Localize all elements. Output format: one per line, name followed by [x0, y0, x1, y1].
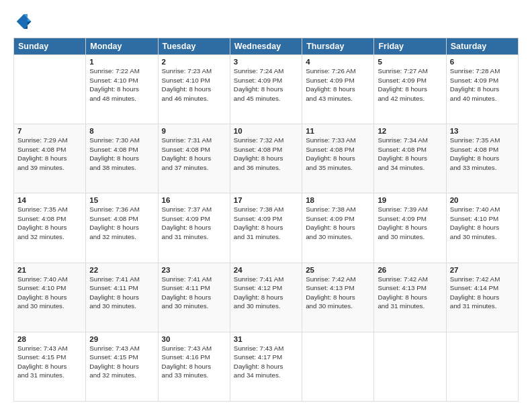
calendar-cell: 3Sunrise: 7:24 AMSunset: 4:09 PMDaylight… — [230, 55, 302, 124]
cell-content: Sunrise: 7:43 AMSunset: 4:15 PMDaylight:… — [17, 344, 82, 380]
day-number: 22 — [89, 266, 154, 274]
cell-content: Sunrise: 7:31 AMSunset: 4:08 PMDaylight:… — [162, 136, 226, 172]
calendar-cell: 31Sunrise: 7:43 AMSunset: 4:17 PMDayligh… — [230, 332, 302, 401]
day-number: 31 — [234, 335, 298, 343]
calendar-cell: 23Sunrise: 7:41 AMSunset: 4:11 PMDayligh… — [158, 263, 230, 332]
header — [13, 12, 519, 31]
calendar-cell: 25Sunrise: 7:42 AMSunset: 4:13 PMDayligh… — [302, 263, 374, 332]
calendar-cell — [302, 332, 374, 401]
day-number: 30 — [162, 335, 226, 343]
cell-content: Sunrise: 7:38 AMSunset: 4:09 PMDaylight:… — [306, 205, 370, 241]
day-number: 19 — [378, 196, 442, 204]
column-header-saturday: Saturday — [446, 38, 518, 55]
calendar-cell: 24Sunrise: 7:41 AMSunset: 4:12 PMDayligh… — [230, 263, 302, 332]
calendar-week-4: 21Sunrise: 7:40 AMSunset: 4:10 PMDayligh… — [14, 263, 519, 332]
calendar-cell — [14, 55, 86, 124]
logo — [13, 12, 35, 31]
day-number: 18 — [306, 196, 370, 204]
column-header-tuesday: Tuesday — [158, 38, 230, 55]
day-number: 28 — [17, 335, 82, 343]
cell-content: Sunrise: 7:41 AMSunset: 4:11 PMDaylight:… — [89, 275, 154, 311]
day-number: 15 — [89, 196, 154, 204]
calendar-cell: 12Sunrise: 7:34 AMSunset: 4:08 PMDayligh… — [374, 124, 446, 193]
day-number: 2 — [162, 58, 226, 66]
calendar-cell: 10Sunrise: 7:32 AMSunset: 4:08 PMDayligh… — [230, 124, 302, 193]
calendar-week-2: 7Sunrise: 7:29 AMSunset: 4:08 PMDaylight… — [14, 124, 519, 193]
day-number: 13 — [450, 127, 515, 135]
calendar-cell: 26Sunrise: 7:42 AMSunset: 4:13 PMDayligh… — [374, 263, 446, 332]
day-number: 8 — [89, 127, 154, 135]
cell-content: Sunrise: 7:26 AMSunset: 4:09 PMDaylight:… — [306, 66, 370, 103]
calendar-cell: 4Sunrise: 7:26 AMSunset: 4:09 PMDaylight… — [302, 55, 374, 124]
calendar-cell — [374, 332, 446, 401]
logo-icon — [13, 12, 32, 31]
calendar-cell: 20Sunrise: 7:40 AMSunset: 4:10 PMDayligh… — [446, 193, 518, 263]
cell-content: Sunrise: 7:24 AMSunset: 4:09 PMDaylight:… — [234, 66, 298, 103]
cell-content: Sunrise: 7:37 AMSunset: 4:09 PMDaylight:… — [162, 205, 226, 241]
day-number: 6 — [450, 58, 515, 66]
calendar-cell: 1Sunrise: 7:22 AMSunset: 4:10 PMDaylight… — [86, 55, 158, 124]
day-number: 26 — [378, 266, 442, 274]
day-number: 1 — [89, 58, 154, 66]
cell-content: Sunrise: 7:43 AMSunset: 4:17 PMDaylight:… — [234, 344, 298, 380]
day-number: 5 — [378, 58, 442, 66]
day-number: 4 — [306, 58, 370, 66]
calendar-cell: 8Sunrise: 7:30 AMSunset: 4:08 PMDaylight… — [86, 124, 158, 193]
cell-content: Sunrise: 7:22 AMSunset: 4:10 PMDaylight:… — [89, 66, 154, 103]
cell-content: Sunrise: 7:41 AMSunset: 4:11 PMDaylight:… — [162, 275, 226, 311]
cell-content: Sunrise: 7:32 AMSunset: 4:08 PMDaylight:… — [234, 136, 298, 172]
calendar-cell: 27Sunrise: 7:42 AMSunset: 4:14 PMDayligh… — [446, 263, 518, 332]
cell-content: Sunrise: 7:35 AMSunset: 4:08 PMDaylight:… — [450, 136, 515, 172]
calendar-cell: 29Sunrise: 7:43 AMSunset: 4:15 PMDayligh… — [86, 332, 158, 401]
calendar-header-row: SundayMondayTuesdayWednesdayThursdayFrid… — [14, 38, 519, 55]
calendar-cell: 14Sunrise: 7:35 AMSunset: 4:08 PMDayligh… — [14, 193, 86, 263]
calendar-week-3: 14Sunrise: 7:35 AMSunset: 4:08 PMDayligh… — [14, 193, 519, 263]
day-number: 27 — [450, 266, 515, 274]
calendar-cell: 18Sunrise: 7:38 AMSunset: 4:09 PMDayligh… — [302, 193, 374, 263]
calendar-cell: 21Sunrise: 7:40 AMSunset: 4:10 PMDayligh… — [14, 263, 86, 332]
calendar-cell: 22Sunrise: 7:41 AMSunset: 4:11 PMDayligh… — [86, 263, 158, 332]
cell-content: Sunrise: 7:41 AMSunset: 4:12 PMDaylight:… — [234, 275, 298, 311]
cell-content: Sunrise: 7:39 AMSunset: 4:09 PMDaylight:… — [378, 205, 442, 241]
calendar-week-1: 1Sunrise: 7:22 AMSunset: 4:10 PMDaylight… — [14, 55, 519, 124]
cell-content: Sunrise: 7:33 AMSunset: 4:08 PMDaylight:… — [306, 136, 370, 172]
column-header-thursday: Thursday — [302, 38, 374, 55]
day-number: 16 — [162, 196, 226, 204]
day-number: 23 — [162, 266, 226, 274]
cell-content: Sunrise: 7:23 AMSunset: 4:10 PMDaylight:… — [162, 66, 226, 103]
calendar-cell: 9Sunrise: 7:31 AMSunset: 4:08 PMDaylight… — [158, 124, 230, 193]
calendar-cell: 28Sunrise: 7:43 AMSunset: 4:15 PMDayligh… — [14, 332, 86, 401]
day-number: 14 — [17, 196, 82, 204]
calendar: SundayMondayTuesdayWednesdayThursdayFrid… — [13, 38, 519, 402]
day-number: 11 — [306, 127, 370, 135]
cell-content: Sunrise: 7:30 AMSunset: 4:08 PMDaylight:… — [89, 136, 154, 172]
cell-content: Sunrise: 7:42 AMSunset: 4:13 PMDaylight:… — [306, 275, 370, 311]
day-number: 7 — [17, 127, 82, 135]
day-number: 24 — [234, 266, 298, 274]
column-header-sunday: Sunday — [14, 38, 86, 55]
cell-content: Sunrise: 7:42 AMSunset: 4:14 PMDaylight:… — [450, 275, 515, 311]
cell-content: Sunrise: 7:34 AMSunset: 4:08 PMDaylight:… — [378, 136, 442, 172]
column-header-friday: Friday — [374, 38, 446, 55]
day-number: 25 — [306, 266, 370, 274]
day-number: 20 — [450, 196, 515, 204]
cell-content: Sunrise: 7:42 AMSunset: 4:13 PMDaylight:… — [378, 275, 442, 311]
day-number: 9 — [162, 127, 226, 135]
calendar-cell: 11Sunrise: 7:33 AMSunset: 4:08 PMDayligh… — [302, 124, 374, 193]
cell-content: Sunrise: 7:29 AMSunset: 4:08 PMDaylight:… — [17, 136, 82, 172]
day-number: 29 — [89, 335, 154, 343]
cell-content: Sunrise: 7:43 AMSunset: 4:16 PMDaylight:… — [162, 344, 226, 380]
cell-content: Sunrise: 7:40 AMSunset: 4:10 PMDaylight:… — [17, 275, 82, 311]
calendar-cell: 7Sunrise: 7:29 AMSunset: 4:08 PMDaylight… — [14, 124, 86, 193]
calendar-cell: 6Sunrise: 7:28 AMSunset: 4:09 PMDaylight… — [446, 55, 518, 124]
cell-content: Sunrise: 7:35 AMSunset: 4:08 PMDaylight:… — [17, 205, 82, 241]
page: SundayMondayTuesdayWednesdayThursdayFrid… — [0, 0, 532, 411]
day-number: 3 — [234, 58, 298, 66]
calendar-cell: 2Sunrise: 7:23 AMSunset: 4:10 PMDaylight… — [158, 55, 230, 124]
column-header-wednesday: Wednesday — [230, 38, 302, 55]
day-number: 17 — [234, 196, 298, 204]
calendar-week-5: 28Sunrise: 7:43 AMSunset: 4:15 PMDayligh… — [14, 332, 519, 401]
day-number: 10 — [234, 127, 298, 135]
cell-content: Sunrise: 7:38 AMSunset: 4:09 PMDaylight:… — [234, 205, 298, 241]
cell-content: Sunrise: 7:27 AMSunset: 4:09 PMDaylight:… — [378, 66, 442, 103]
